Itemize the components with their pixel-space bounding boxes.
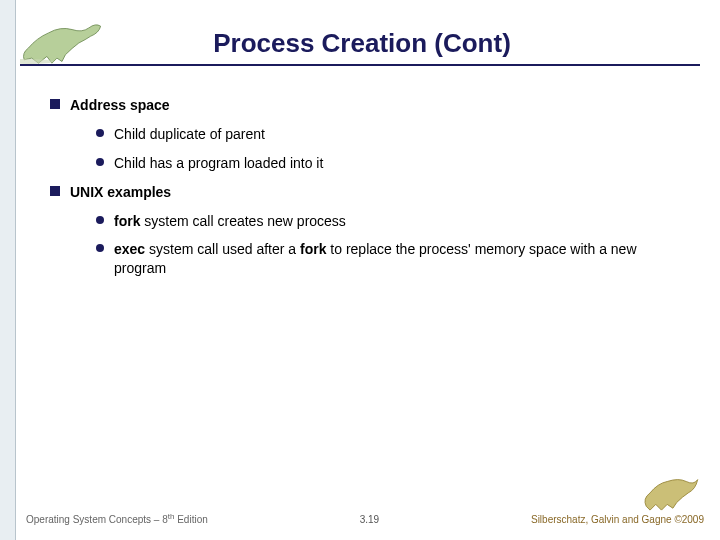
round-bullet-icon: [96, 244, 104, 252]
subbullet-text: Child has a program loaded into it: [114, 154, 690, 173]
keyword-exec: exec: [114, 241, 145, 257]
subbullet-fork: fork system call creates new process: [96, 212, 690, 231]
bullet-unix-examples: UNIX examples: [50, 183, 690, 202]
round-bullet-icon: [96, 158, 104, 166]
slide-footer: Operating System Concepts – 8th Edition …: [16, 504, 720, 540]
square-bullet-icon: [50, 99, 60, 109]
subbullet-exec: exec system call used after a fork to re…: [96, 240, 690, 278]
text-span: system call used after a: [145, 241, 300, 257]
slide-title: Process Creation (Cont): [114, 28, 720, 59]
footer-left-text-b: Edition: [174, 515, 207, 526]
subbullet-child-duplicate: Child duplicate of parent: [96, 125, 690, 144]
footer-left: Operating System Concepts – 8th Edition: [26, 512, 208, 525]
round-bullet-icon: [96, 216, 104, 224]
square-bullet-icon: [50, 186, 60, 196]
text-span: system call creates new process: [140, 213, 345, 229]
slide-content: Address space Child duplicate of parent …: [50, 96, 690, 288]
dinosaur-top-icon: [20, 21, 104, 65]
title-underline: [20, 64, 700, 66]
subbullet-text: fork system call creates new process: [114, 212, 690, 231]
subbullet-text: exec system call used after a fork to re…: [114, 240, 690, 278]
footer-copyright: Silberschatz, Galvin and Gagne ©2009: [531, 514, 704, 525]
round-bullet-icon: [96, 129, 104, 137]
left-strip: [0, 0, 16, 540]
slide-header: Process Creation (Cont): [0, 18, 720, 68]
bullet-text: UNIX examples: [70, 183, 171, 202]
keyword-fork: fork: [114, 213, 140, 229]
keyword-fork-2: fork: [300, 241, 326, 257]
footer-left-text-a: Operating System Concepts – 8: [26, 515, 168, 526]
subbullet-text: Child duplicate of parent: [114, 125, 690, 144]
footer-page-number: 3.19: [360, 514, 379, 525]
bullet-address-space: Address space: [50, 96, 690, 115]
subbullet-child-program: Child has a program loaded into it: [96, 154, 690, 173]
bullet-text: Address space: [70, 96, 170, 115]
